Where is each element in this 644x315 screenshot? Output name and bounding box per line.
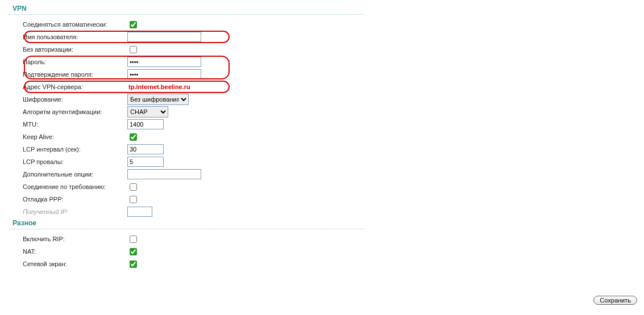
row-nat: NAT: [9, 245, 364, 258]
auth-algo-select[interactable]: CHAP [127, 106, 168, 117]
row-ppp-debug: Отладка PPP: [9, 193, 364, 205]
mtu-input[interactable] [127, 119, 164, 129]
enable-rip-checkbox[interactable] [130, 236, 137, 243]
received-ip-input [127, 207, 152, 217]
ppp-debug-checkbox[interactable] [130, 196, 137, 203]
row-no-auth: Без авторизации: [9, 43, 364, 56]
lcp-interval-input[interactable] [127, 144, 164, 154]
row-vpn-server: Адрес VPN-сервера: tp.internet.beeline.r… [9, 81, 364, 93]
row-encryption: Шифрование: Без шифрования [9, 93, 364, 106]
enable-rip-label: Включить RIP: [9, 236, 127, 242]
keep-alive-label: Keep Alive: [9, 133, 127, 140]
lcp-fails-input[interactable] [127, 157, 164, 167]
keep-alive-checkbox[interactable] [130, 133, 137, 141]
row-auto-connect: Соединяться автоматически: [9, 18, 364, 31]
row-on-demand: Соединение по требованию: [9, 180, 364, 193]
nat-label: NAT: [9, 248, 127, 255]
lcp-fails-label: LCP провалы: [9, 158, 127, 165]
auto-connect-checkbox[interactable] [130, 21, 137, 28]
divider [9, 229, 364, 229]
firewall-label: Сетевой экран: [9, 261, 127, 267]
row-firewall: Сетевой экран: [9, 258, 364, 270]
vpn-server-highlight: Адрес VPN-сервера: tp.internet.beeline.r… [9, 81, 364, 93]
on-demand-checkbox[interactable] [130, 183, 137, 191]
row-password-confirm: Подтверждение пароля: [9, 68, 364, 81]
extra-opts-label: Дополнительные опции: [9, 171, 127, 178]
password-label: Пароль: [9, 58, 127, 65]
password-highlight: Пароль: Подтверждение пароля: [9, 56, 364, 81]
received-ip-label: Полученный IP: [9, 208, 127, 215]
row-lcp-fails: LCP провалы: [9, 156, 364, 168]
ppp-debug-label: Отладка PPP: [9, 196, 127, 203]
extra-opts-input[interactable] [127, 169, 201, 179]
password-confirm-label: Подтверждение пароля: [9, 71, 127, 78]
username-highlight: Имя пользователя: [9, 31, 364, 43]
row-received-ip: Полученный IP: [9, 205, 364, 218]
firewall-checkbox[interactable] [130, 261, 137, 268]
on-demand-label: Соединение по требованию: [9, 183, 127, 190]
row-password: Пароль: [9, 56, 364, 68]
auto-connect-label: Соединяться автоматически: [9, 21, 127, 28]
save-button[interactable]: Сохранить [593, 296, 637, 305]
auth-algo-label: Алгоритм аутентификации: [9, 108, 127, 115]
username-input[interactable] [127, 32, 201, 42]
nat-checkbox[interactable] [130, 248, 137, 255]
vpn-server-value: tp.internet.beeline.ru [127, 83, 190, 90]
row-username: Имя пользователя: [9, 31, 364, 43]
row-keep-alive: Keep Alive: [9, 131, 364, 143]
row-mtu: MTU: [9, 118, 364, 131]
no-auth-label: Без авторизации: [9, 46, 127, 53]
encryption-select[interactable]: Без шифрования [127, 94, 189, 105]
settings-form: VPN Соединяться автоматически: Имя польз… [0, 0, 364, 270]
row-enable-rip: Включить RIP: [9, 233, 364, 245]
row-extra-opts: Дополнительные опции: [9, 168, 364, 180]
row-auth-algo: Алгоритм аутентификации: CHAP [9, 106, 364, 118]
encryption-label: Шифрование: [9, 96, 127, 103]
password-input[interactable] [127, 57, 201, 67]
divider [9, 14, 364, 15]
username-label: Имя пользователя: [9, 33, 127, 40]
password-confirm-input[interactable] [127, 69, 201, 79]
lcp-interval-label: LCP интервал (сек): [9, 146, 127, 153]
mtu-label: MTU: [9, 121, 127, 128]
vpn-section-title: VPN [9, 3, 364, 14]
misc-section-title: Разное [9, 218, 364, 228]
no-auth-checkbox[interactable] [130, 46, 137, 53]
vpn-server-label: Адрес VPN-сервера: [9, 83, 127, 90]
row-lcp-interval: LCP интервал (сек): [9, 143, 364, 156]
